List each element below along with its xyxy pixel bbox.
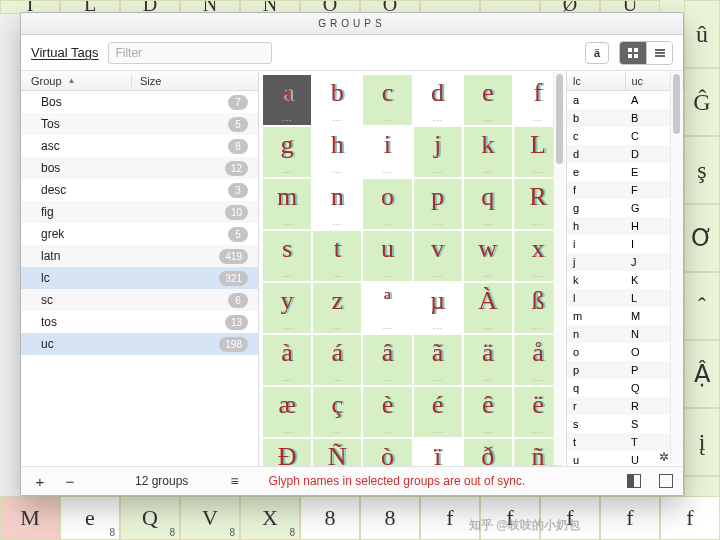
glyph-cell[interactable]: aa--- <box>263 75 311 125</box>
glyph-cell[interactable]: ÐÐ--- <box>263 439 311 466</box>
glyph-label: --- <box>263 115 311 124</box>
glyph-cell[interactable]: nn--- <box>313 179 361 229</box>
group-row[interactable]: grek5 <box>21 223 258 245</box>
mapping-row[interactable]: oO <box>567 343 683 361</box>
glyph-cell[interactable]: ÑÑ--- <box>313 439 361 466</box>
glyph-cell[interactable]: ii--- <box>363 127 411 177</box>
glyph-cell[interactable]: èè--- <box>363 387 411 437</box>
mapping-row[interactable]: tT <box>567 433 683 451</box>
mapping-list[interactable]: aAbBcCdDeEfFgGhHiIjJkKlLmMnNoOpPqQrRsStT… <box>567 91 683 466</box>
glyph-cell[interactable]: ãã--- <box>414 335 462 385</box>
group-row[interactable]: asc8 <box>21 135 258 157</box>
mapping-row[interactable]: qQ <box>567 379 683 397</box>
menu-icon[interactable]: ≡ <box>230 473 238 489</box>
glyph-label: --- <box>263 219 311 228</box>
glyph-grid[interactable]: aa---bb---cc---dd---ee---ff---gg---hh---… <box>259 71 566 466</box>
group-row[interactable]: fig10 <box>21 201 258 223</box>
remove-button[interactable]: − <box>61 473 79 490</box>
glyph-cell[interactable]: àà--- <box>263 335 311 385</box>
mapping-row[interactable]: gG <box>567 199 683 217</box>
glyph-cell[interactable]: pp--- <box>414 179 462 229</box>
glyph-cell[interactable]: jj--- <box>414 127 462 177</box>
mapping-row[interactable]: jJ <box>567 253 683 271</box>
glyph-cell[interactable]: ee--- <box>464 75 512 125</box>
glyph-cell[interactable]: tt--- <box>313 231 361 281</box>
view-grid-button[interactable] <box>620 42 646 64</box>
glyph-cell[interactable]: ææ--- <box>263 387 311 437</box>
glyph-cell[interactable]: gg--- <box>263 127 311 177</box>
glyph-cell[interactable]: µµ--- <box>414 283 462 333</box>
mapping-row[interactable]: kK <box>567 271 683 289</box>
glyph-cell[interactable]: ââ--- <box>363 335 411 385</box>
mapping-row[interactable]: aA <box>567 91 683 109</box>
mapping-row[interactable]: bB <box>567 109 683 127</box>
glyph-label: --- <box>363 323 411 332</box>
group-row[interactable]: bos12 <box>21 157 258 179</box>
glyph-cell[interactable]: kk--- <box>464 127 512 177</box>
glyph-cell[interactable]: áá--- <box>313 335 361 385</box>
glyph-cell[interactable]: ää--- <box>464 335 512 385</box>
mapping-row[interactable]: iI <box>567 235 683 253</box>
group-row[interactable]: Tos5 <box>21 113 258 135</box>
mapping-row[interactable]: fF <box>567 181 683 199</box>
glyph-cell[interactable]: yy--- <box>263 283 311 333</box>
gear-icon[interactable]: ✲ <box>659 450 669 464</box>
glyph-cell[interactable]: qq--- <box>464 179 512 229</box>
group-row[interactable]: Bos7 <box>21 91 258 113</box>
mapping-row[interactable]: sS <box>567 415 683 433</box>
view-list-button[interactable] <box>646 42 672 64</box>
add-button[interactable]: + <box>31 473 49 490</box>
groups-header-name[interactable]: Group ▲ <box>21 75 131 87</box>
glyph-cell[interactable]: éé--- <box>414 387 462 437</box>
glyph-cell[interactable]: dd--- <box>414 75 462 125</box>
mapping-lc: h <box>567 220 625 232</box>
mapping-row[interactable]: pP <box>567 361 683 379</box>
glyph-cell[interactable]: ss--- <box>263 231 311 281</box>
center-scrollbar[interactable] <box>553 72 565 465</box>
filter-input[interactable] <box>108 42 272 64</box>
compare-mode-half-icon[interactable] <box>627 474 641 488</box>
preview-glyph-button[interactable]: ä <box>585 42 609 64</box>
scrollbar-thumb[interactable] <box>673 74 680 134</box>
glyph-cell[interactable]: bb--- <box>313 75 361 125</box>
groups-list[interactable]: Bos7Tos5asc8bos12desc3fig10grek5latn419l… <box>21 91 258 466</box>
glyph-cell[interactable]: ïï--- <box>414 439 462 466</box>
mapping-row[interactable]: lL <box>567 289 683 307</box>
mapping-row[interactable]: dD <box>567 145 683 163</box>
compare-mode-empty-icon[interactable] <box>659 474 673 488</box>
groups-header-size[interactable]: Size <box>131 75 161 87</box>
mapping-lc: f <box>567 184 625 196</box>
glyph-cell[interactable]: cc--- <box>363 75 411 125</box>
glyph-cell[interactable]: ww--- <box>464 231 512 281</box>
group-row[interactable]: sc6 <box>21 289 258 311</box>
mapping-row[interactable]: cC <box>567 127 683 145</box>
glyph-cell[interactable]: vv--- <box>414 231 462 281</box>
group-row[interactable]: tos13 <box>21 311 258 333</box>
scrollbar-thumb[interactable] <box>556 74 563 164</box>
right-scrollbar[interactable] <box>670 72 682 465</box>
glyph-cell[interactable]: çç--- <box>313 387 361 437</box>
mapping-row[interactable]: mM <box>567 307 683 325</box>
group-row[interactable]: latn419 <box>21 245 258 267</box>
glyph-cell[interactable]: zz--- <box>313 283 361 333</box>
mapping-header-lc[interactable]: lc <box>567 71 625 90</box>
group-row[interactable]: uc198 <box>21 333 258 355</box>
mapping-row[interactable]: rR <box>567 397 683 415</box>
glyph-cell[interactable]: êê--- <box>464 387 512 437</box>
svg-rect-5 <box>655 52 665 54</box>
glyph-cell[interactable]: òò--- <box>363 439 411 466</box>
glyph-cell[interactable]: ªª--- <box>363 283 411 333</box>
group-row[interactable]: desc3 <box>21 179 258 201</box>
virtual-tags-link[interactable]: Virtual Tags <box>31 45 98 60</box>
mapping-row[interactable]: nN <box>567 325 683 343</box>
glyph-cell[interactable]: oo--- <box>363 179 411 229</box>
group-row[interactable]: lc321 <box>21 267 258 289</box>
group-name: tos <box>41 315 225 329</box>
glyph-cell[interactable]: hh--- <box>313 127 361 177</box>
glyph-cell[interactable]: ðð--- <box>464 439 512 466</box>
glyph-cell[interactable]: uu--- <box>363 231 411 281</box>
glyph-cell[interactable]: ÀÀ--- <box>464 283 512 333</box>
glyph-cell[interactable]: mm--- <box>263 179 311 229</box>
mapping-row[interactable]: hH <box>567 217 683 235</box>
mapping-row[interactable]: eE <box>567 163 683 181</box>
